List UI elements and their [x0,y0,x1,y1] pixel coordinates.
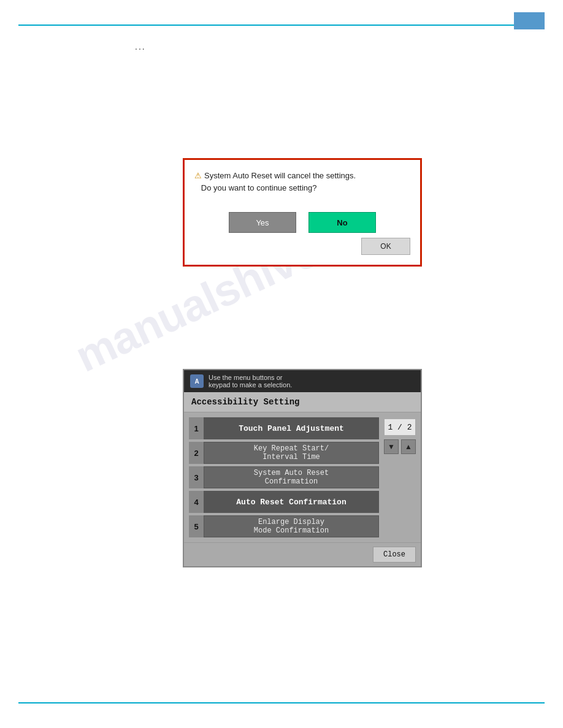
panel-header-icon: A [190,374,204,388]
nav-buttons: ▼ ▲ [384,439,416,454]
menu-item-label-5[interactable]: Enlarge DisplayMode Confirmation [204,515,379,537]
menu-item-number-1: 1 [189,417,204,439]
dialog-buttons-row: Yes No [194,212,410,233]
menu-item-label-4[interactable]: Auto Reset Confirmation [204,491,379,513]
ok-button[interactable]: OK [361,238,410,255]
top-right-accent [514,12,545,29]
close-button[interactable]: Close [373,547,416,563]
page-indicator: 1 / 2 [384,419,416,436]
panel-title-bar: Accessibility Setting [184,392,421,412]
nav-up-button[interactable]: ▲ [401,439,416,454]
panel-body: 1 Touch Panel Adjustment 2 Key Repeat St… [184,412,421,542]
dialog-message: ⚠System Auto Reset will cancel the setti… [194,170,410,194]
list-item: 2 Key Repeat Start/Interval Time [189,442,379,464]
no-button[interactable]: No [308,212,376,233]
nav-down-button[interactable]: ▼ [384,439,399,454]
ellipsis-text: ... [135,42,146,51]
list-item: 4 Auto Reset Confirmation [189,491,379,513]
panel-header: A Use the menu buttons orkeypad to make … [184,370,421,392]
accessibility-setting-panel: A Use the menu buttons orkeypad to make … [183,369,422,567]
menu-item-label-2[interactable]: Key Repeat Start/Interval Time [204,442,379,464]
menu-list: 1 Touch Panel Adjustment 2 Key Repeat St… [189,417,379,537]
panel-footer: Close [184,542,421,566]
menu-item-label-3[interactable]: System Auto ResetConfirmation [204,466,379,488]
list-item: 5 Enlarge DisplayMode Confirmation [189,515,379,537]
list-item: 3 System Auto ResetConfirmation [189,466,379,488]
menu-item-number-3: 3 [189,466,204,488]
top-border-line [18,25,545,26]
bottom-border-line [18,702,545,703]
menu-item-label-1[interactable]: Touch Panel Adjustment [204,417,379,439]
yes-button[interactable]: Yes [229,212,296,233]
dialog-ok-row: OK [194,238,410,255]
side-controls: 1 / 2 ▼ ▲ [384,417,416,537]
panel-header-text: Use the menu buttons orkeypad to make a … [209,374,292,389]
menu-item-number-2: 2 [189,442,204,464]
menu-item-number-4: 4 [189,491,204,513]
system-auto-reset-dialog: ⚠System Auto Reset will cancel the setti… [183,158,422,267]
menu-item-number-5: 5 [189,515,204,537]
warning-icon: ⚠ [194,171,202,180]
list-item: 1 Touch Panel Adjustment [189,417,379,439]
